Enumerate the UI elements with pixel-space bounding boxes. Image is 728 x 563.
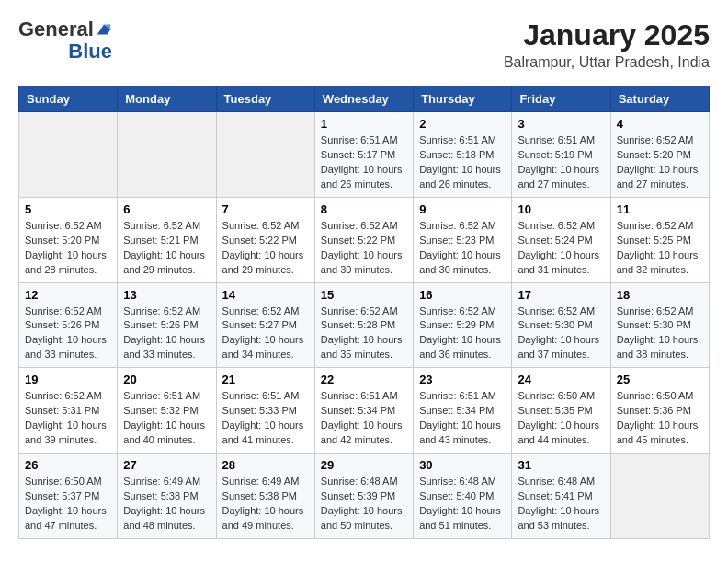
day-info: Sunrise: 6:52 AM Sunset: 5:26 PM Dayligh… xyxy=(25,304,111,363)
calendar-cell: 11Sunrise: 6:52 AM Sunset: 5:25 PM Dayli… xyxy=(610,197,709,282)
calendar-cell: 21Sunrise: 6:51 AM Sunset: 5:33 PM Dayli… xyxy=(216,368,314,454)
day-number: 14 xyxy=(222,288,309,302)
calendar-cell: 10Sunrise: 6:52 AM Sunset: 5:24 PM Dayli… xyxy=(512,197,610,282)
calendar-cell: 17Sunrise: 6:52 AM Sunset: 5:30 PM Dayli… xyxy=(512,282,610,368)
day-info: Sunrise: 6:52 AM Sunset: 5:28 PM Dayligh… xyxy=(321,304,407,363)
calendar-week-row: 19Sunrise: 6:52 AM Sunset: 5:31 PM Dayli… xyxy=(19,368,710,454)
day-number: 25 xyxy=(617,373,703,386)
calendar-cell xyxy=(610,454,709,539)
calendar-cell: 15Sunrise: 6:52 AM Sunset: 5:28 PM Dayli… xyxy=(314,282,413,368)
calendar-cell xyxy=(118,112,216,198)
day-info: Sunrise: 6:52 AM Sunset: 5:23 PM Dayligh… xyxy=(419,219,506,278)
day-number: 30 xyxy=(419,458,506,472)
day-info: Sunrise: 6:52 AM Sunset: 5:22 PM Dayligh… xyxy=(321,219,407,278)
day-number: 9 xyxy=(419,202,506,216)
day-number: 4 xyxy=(617,117,703,131)
day-number: 13 xyxy=(123,288,210,302)
calendar-cell: 14Sunrise: 6:52 AM Sunset: 5:27 PM Dayli… xyxy=(216,282,314,368)
day-number: 21 xyxy=(222,373,309,386)
calendar-table: SundayMondayTuesdayWednesdayThursdayFrid… xyxy=(18,86,710,539)
day-info: Sunrise: 6:52 AM Sunset: 5:24 PM Dayligh… xyxy=(518,219,604,278)
day-number: 7 xyxy=(222,202,309,216)
day-number: 29 xyxy=(321,458,407,472)
calendar-cell: 29Sunrise: 6:48 AM Sunset: 5:39 PM Dayli… xyxy=(314,454,413,539)
day-info: Sunrise: 6:52 AM Sunset: 5:29 PM Dayligh… xyxy=(419,304,506,363)
calendar-cell: 16Sunrise: 6:52 AM Sunset: 5:29 PM Dayli… xyxy=(414,282,512,368)
day-number: 5 xyxy=(25,202,111,216)
day-number: 22 xyxy=(321,373,407,386)
day-number: 24 xyxy=(518,373,604,386)
day-number: 18 xyxy=(617,288,703,302)
calendar-week-row: 5Sunrise: 6:52 AM Sunset: 5:20 PM Daylig… xyxy=(19,197,710,282)
day-info: Sunrise: 6:51 AM Sunset: 5:17 PM Dayligh… xyxy=(321,133,407,192)
day-info: Sunrise: 6:51 AM Sunset: 5:34 PM Dayligh… xyxy=(419,389,506,448)
calendar-cell: 8Sunrise: 6:52 AM Sunset: 5:22 PM Daylig… xyxy=(314,197,413,282)
day-info: Sunrise: 6:48 AM Sunset: 5:40 PM Dayligh… xyxy=(419,475,506,534)
calendar-cell: 23Sunrise: 6:51 AM Sunset: 5:34 PM Dayli… xyxy=(414,368,512,454)
day-info: Sunrise: 6:48 AM Sunset: 5:41 PM Dayligh… xyxy=(518,475,604,534)
page-header: General Blue January 2025 Balrampur, Utt… xyxy=(18,18,710,71)
day-info: Sunrise: 6:51 AM Sunset: 5:18 PM Dayligh… xyxy=(419,133,506,192)
header-day-thursday: Thursday xyxy=(414,86,512,112)
day-info: Sunrise: 6:52 AM Sunset: 5:30 PM Dayligh… xyxy=(617,304,703,363)
calendar-cell: 28Sunrise: 6:49 AM Sunset: 5:38 PM Dayli… xyxy=(216,454,314,539)
day-info: Sunrise: 6:51 AM Sunset: 5:32 PM Dayligh… xyxy=(123,389,210,448)
day-number: 1 xyxy=(321,117,407,131)
calendar-cell: 12Sunrise: 6:52 AM Sunset: 5:26 PM Dayli… xyxy=(19,282,118,368)
header-day-monday: Monday xyxy=(118,86,216,112)
day-number: 12 xyxy=(25,288,111,302)
day-info: Sunrise: 6:50 AM Sunset: 5:37 PM Dayligh… xyxy=(25,475,111,534)
calendar-cell: 4Sunrise: 6:52 AM Sunset: 5:20 PM Daylig… xyxy=(610,112,709,198)
calendar-cell: 1Sunrise: 6:51 AM Sunset: 5:17 PM Daylig… xyxy=(314,112,413,198)
day-number: 2 xyxy=(419,117,506,131)
day-number: 19 xyxy=(25,373,111,386)
calendar-week-row: 1Sunrise: 6:51 AM Sunset: 5:17 PM Daylig… xyxy=(19,112,710,198)
header-day-tuesday: Tuesday xyxy=(216,86,314,112)
day-info: Sunrise: 6:52 AM Sunset: 5:26 PM Dayligh… xyxy=(123,304,210,363)
day-info: Sunrise: 6:52 AM Sunset: 5:20 PM Dayligh… xyxy=(617,133,703,192)
day-info: Sunrise: 6:52 AM Sunset: 5:22 PM Dayligh… xyxy=(222,219,309,278)
day-info: Sunrise: 6:52 AM Sunset: 5:20 PM Dayligh… xyxy=(25,219,111,278)
day-info: Sunrise: 6:49 AM Sunset: 5:38 PM Dayligh… xyxy=(123,475,210,534)
calendar-cell: 24Sunrise: 6:50 AM Sunset: 5:35 PM Dayli… xyxy=(512,368,610,454)
day-number: 27 xyxy=(123,458,210,472)
day-number: 28 xyxy=(222,458,309,472)
logo: General Blue xyxy=(18,18,112,63)
day-info: Sunrise: 6:52 AM Sunset: 5:25 PM Dayligh… xyxy=(617,219,703,278)
month-year-title: January 2025 xyxy=(504,18,710,52)
logo-icon xyxy=(96,21,112,38)
header-day-saturday: Saturday xyxy=(610,86,709,112)
day-info: Sunrise: 6:52 AM Sunset: 5:30 PM Dayligh… xyxy=(518,304,604,363)
calendar-cell: 5Sunrise: 6:52 AM Sunset: 5:20 PM Daylig… xyxy=(19,197,118,282)
location-subtitle: Balrampur, Uttar Pradesh, India xyxy=(504,54,710,71)
title-block: January 2025 Balrampur, Uttar Pradesh, I… xyxy=(504,18,710,71)
day-info: Sunrise: 6:48 AM Sunset: 5:39 PM Dayligh… xyxy=(321,475,407,534)
day-number: 15 xyxy=(321,288,407,302)
calendar-cell: 6Sunrise: 6:52 AM Sunset: 5:21 PM Daylig… xyxy=(118,197,216,282)
calendar-week-row: 12Sunrise: 6:52 AM Sunset: 5:26 PM Dayli… xyxy=(19,282,710,368)
calendar-cell: 22Sunrise: 6:51 AM Sunset: 5:34 PM Dayli… xyxy=(314,368,413,454)
calendar-cell: 3Sunrise: 6:51 AM Sunset: 5:19 PM Daylig… xyxy=(512,112,610,198)
header-day-wednesday: Wednesday xyxy=(314,86,413,112)
calendar-week-row: 26Sunrise: 6:50 AM Sunset: 5:37 PM Dayli… xyxy=(19,454,710,539)
calendar-cell: 31Sunrise: 6:48 AM Sunset: 5:41 PM Dayli… xyxy=(512,454,610,539)
calendar-cell: 20Sunrise: 6:51 AM Sunset: 5:32 PM Dayli… xyxy=(118,368,216,454)
day-number: 8 xyxy=(321,202,407,216)
day-number: 10 xyxy=(518,202,604,216)
day-number: 16 xyxy=(419,288,506,302)
calendar-cell: 19Sunrise: 6:52 AM Sunset: 5:31 PM Dayli… xyxy=(19,368,118,454)
calendar-cell: 18Sunrise: 6:52 AM Sunset: 5:30 PM Dayli… xyxy=(610,282,709,368)
calendar-cell: 25Sunrise: 6:50 AM Sunset: 5:36 PM Dayli… xyxy=(610,368,709,454)
day-info: Sunrise: 6:52 AM Sunset: 5:21 PM Dayligh… xyxy=(123,219,210,278)
day-number: 11 xyxy=(617,202,703,216)
calendar-cell xyxy=(19,112,118,198)
day-number: 6 xyxy=(123,202,210,216)
day-number: 20 xyxy=(123,373,210,386)
calendar-cell: 30Sunrise: 6:48 AM Sunset: 5:40 PM Dayli… xyxy=(414,454,512,539)
header-day-friday: Friday xyxy=(512,86,610,112)
day-info: Sunrise: 6:50 AM Sunset: 5:35 PM Dayligh… xyxy=(518,389,604,448)
calendar-cell: 7Sunrise: 6:52 AM Sunset: 5:22 PM Daylig… xyxy=(216,197,314,282)
calendar-header-row: SundayMondayTuesdayWednesdayThursdayFrid… xyxy=(19,86,710,112)
calendar-cell xyxy=(216,112,314,198)
logo-general-text: General xyxy=(18,18,94,40)
